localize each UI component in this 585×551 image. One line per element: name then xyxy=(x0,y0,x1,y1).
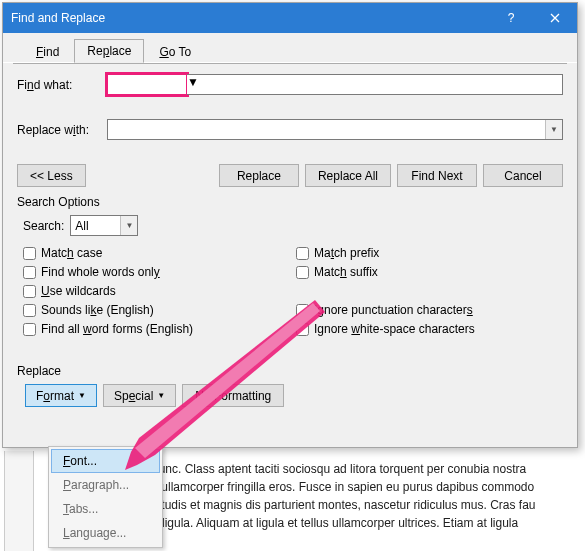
replace-all-button[interactable]: Replace All xyxy=(305,164,391,187)
cb-match-case[interactable]: Match case xyxy=(23,246,290,260)
caret-down-icon: ▼ xyxy=(78,391,86,400)
dialog-title: Find and Replace xyxy=(11,11,489,25)
cb-word-forms[interactable]: Find all word forms (English) xyxy=(23,322,290,336)
replace-button[interactable]: Replace xyxy=(219,164,299,187)
cancel-button[interactable]: Cancel xyxy=(483,164,563,187)
special-button[interactable]: Special▼ xyxy=(103,384,176,407)
replace-with-input[interactable]: ▼ xyxy=(107,119,563,140)
help-button[interactable]: ? xyxy=(489,3,533,33)
caret-down-icon: ▼ xyxy=(157,391,165,400)
replace-with-label: Replace with: xyxy=(17,123,107,137)
find-next-button[interactable]: Find Next xyxy=(397,164,477,187)
format-button[interactable]: Format▼ xyxy=(25,384,97,407)
chevron-down-icon[interactable]: ▼ xyxy=(545,120,562,139)
tab-replace[interactable]: Replace xyxy=(74,39,144,63)
find-what-input[interactable] xyxy=(107,74,187,95)
search-direction-select[interactable]: All ▼ xyxy=(70,215,138,236)
less-button[interactable]: << Less xyxy=(17,164,86,187)
find-what-label: Find what: xyxy=(17,78,107,92)
cb-ignore-punct[interactable]: Ignore punctuation characters xyxy=(296,303,563,317)
titlebar[interactable]: Find and Replace ? xyxy=(3,3,577,33)
cb-whole-words[interactable]: Find whole words only xyxy=(23,265,290,279)
close-icon xyxy=(550,13,560,23)
menu-item-language[interactable]: Language... xyxy=(51,521,160,545)
cb-match-suffix[interactable]: Match suffix xyxy=(296,265,563,279)
close-button[interactable] xyxy=(533,3,577,33)
menu-item-tabs[interactable]: Tabs... xyxy=(51,497,160,521)
no-formatting-button[interactable]: No Formatting xyxy=(182,384,284,407)
format-dropdown-menu: Font... Paragraph... Tabs... Language... xyxy=(48,446,163,548)
doc-line: h ligula. Aliquam at ligula et tellus ul… xyxy=(152,514,582,532)
vertical-ruler xyxy=(4,451,34,551)
tabstrip: Find Replace Go To xyxy=(3,33,577,63)
chevron-down-icon[interactable]: ▼ xyxy=(187,75,562,89)
menu-item-paragraph[interactable]: Paragraph... xyxy=(51,473,160,497)
menu-item-font[interactable]: Font... xyxy=(51,449,160,473)
tab-goto[interactable]: Go To xyxy=(146,40,204,63)
find-replace-dialog: Find and Replace ? Find Replace Go To Fi… xyxy=(2,2,578,448)
replace-section-label: Replace xyxy=(17,364,563,378)
search-direction-label: Search: xyxy=(23,219,64,233)
search-options-label: Search Options xyxy=(17,195,563,209)
cb-ignore-ws[interactable]: Ignore white-space characters xyxy=(296,322,563,336)
tab-find[interactable]: Find xyxy=(23,40,72,63)
cb-sounds-like[interactable]: Sounds like (English) xyxy=(23,303,290,317)
doc-line: c ullamcorper fringilla eros. Fusce in s… xyxy=(152,478,582,496)
doc-line: bitudis et magnis dis parturient montes,… xyxy=(152,496,582,514)
chevron-down-icon: ▼ xyxy=(120,216,137,235)
doc-line: nunc. Class aptent taciti sociosqu ad li… xyxy=(152,460,582,478)
cb-wildcards[interactable]: Use wildcards xyxy=(23,284,290,298)
cb-match-prefix[interactable]: Match prefix xyxy=(296,246,563,260)
